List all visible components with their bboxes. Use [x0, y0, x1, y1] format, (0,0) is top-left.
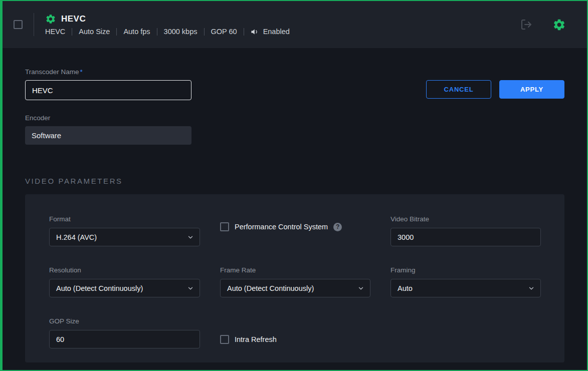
intra-refresh-checkbox[interactable]	[220, 335, 229, 344]
encoder-label: Encoder	[25, 114, 564, 122]
gop-size-input[interactable]	[49, 330, 200, 348]
video-bitrate-field: Video Bitrate	[390, 215, 541, 246]
summary-size: Auto Size	[79, 28, 110, 36]
encoder-value[interactable]: Software	[25, 126, 191, 145]
summary-bitrate: 3000 kbps	[164, 28, 198, 36]
framing-select[interactable]: Auto	[390, 279, 541, 297]
meta-separator	[72, 28, 72, 36]
speaker-icon	[251, 28, 259, 36]
select-transcoder-checkbox[interactable]	[14, 20, 23, 29]
required-mark: *	[80, 68, 83, 76]
transcoder-name-label: Transcoder Name*	[25, 68, 564, 76]
export-button[interactable]	[520, 19, 532, 31]
frame-rate-field: Frame Rate Auto (Detect Continuously)	[220, 266, 370, 297]
settings-button[interactable]	[552, 18, 566, 32]
gop-size-field: GOP Size	[49, 317, 200, 348]
transcoder-name-input[interactable]	[25, 80, 191, 100]
chevron-down-icon	[187, 285, 194, 292]
resolution-label: Resolution	[49, 266, 200, 274]
chevron-down-icon	[187, 234, 194, 241]
resolution-select[interactable]: Auto (Detect Continuously)	[49, 279, 200, 297]
cancel-button[interactable]: CANCEL	[426, 80, 491, 99]
chevron-down-icon	[357, 285, 364, 292]
format-field: Format H.264 (AVC)	[49, 215, 200, 246]
summary-gop: GOP 60	[211, 28, 237, 36]
framing-value: Auto	[398, 284, 413, 292]
page-title: HEVC	[61, 14, 86, 24]
video-parameters-grid: Format H.264 (AVC) Performance Control S…	[49, 215, 540, 348]
resolution-field: Resolution Auto (Detect Continuously)	[49, 266, 200, 297]
framing-label: Framing	[390, 266, 541, 274]
transcoder-icon	[45, 14, 56, 25]
form-actions: CANCEL APPLY	[426, 80, 564, 99]
format-label: Format	[49, 215, 200, 223]
gop-size-label: GOP Size	[49, 317, 200, 325]
chevron-down-icon	[528, 285, 535, 292]
summary-fps: Auto fps	[123, 28, 150, 36]
header-divider	[34, 13, 34, 36]
transcoder-name-label-text: Transcoder Name	[25, 68, 79, 76]
title-row: HEVC	[45, 14, 290, 25]
performance-control-checkbox[interactable]	[220, 222, 229, 231]
audio-status-label: Enabled	[263, 28, 290, 36]
help-icon[interactable]: ?	[333, 223, 342, 231]
intra-refresh-field: Intra Refresh	[220, 335, 370, 344]
performance-control-label: Performance Control System	[235, 223, 328, 231]
frame-rate-value: Auto (Detect Continuously)	[227, 284, 314, 292]
encoder-field: Encoder Software	[25, 114, 564, 145]
intra-refresh-label: Intra Refresh	[235, 335, 277, 343]
header-main: HEVC HEVC Auto Size Auto fps 3000 kbps G…	[45, 14, 290, 36]
frame-rate-label: Frame Rate	[220, 266, 370, 274]
frame-rate-select[interactable]: Auto (Detect Continuously)	[220, 279, 370, 297]
video-parameters-heading: VIDEO PARAMETERS	[25, 177, 564, 185]
framing-field: Framing Auto	[390, 266, 541, 297]
meta-separator	[157, 28, 157, 36]
apply-button[interactable]: APPLY	[499, 80, 564, 99]
transcoder-summary: HEVC Auto Size Auto fps 3000 kbps GOP 60…	[45, 28, 290, 36]
format-value: H.264 (AVC)	[56, 233, 97, 241]
transcoder-settings-page: HEVC HEVC Auto Size Auto fps 3000 kbps G…	[0, 0, 588, 371]
resolution-value: Auto (Detect Continuously)	[56, 284, 143, 292]
video-bitrate-label: Video Bitrate	[390, 215, 541, 223]
gear-icon	[552, 18, 566, 32]
header: HEVC HEVC Auto Size Auto fps 3000 kbps G…	[3, 1, 587, 48]
summary-codec: HEVC	[45, 28, 65, 36]
meta-separator	[244, 28, 244, 36]
meta-separator	[204, 28, 205, 36]
meta-separator	[116, 28, 117, 36]
audio-status: Enabled	[251, 28, 290, 36]
main-content: CANCEL APPLY Transcoder Name* Encoder So…	[3, 48, 587, 362]
video-bitrate-input[interactable]	[390, 228, 541, 246]
video-parameters-panel: Format H.264 (AVC) Performance Control S…	[25, 194, 564, 362]
performance-control-field: Performance Control System ?	[220, 222, 370, 231]
format-select[interactable]: H.264 (AVC)	[49, 228, 200, 246]
export-icon	[520, 19, 532, 31]
